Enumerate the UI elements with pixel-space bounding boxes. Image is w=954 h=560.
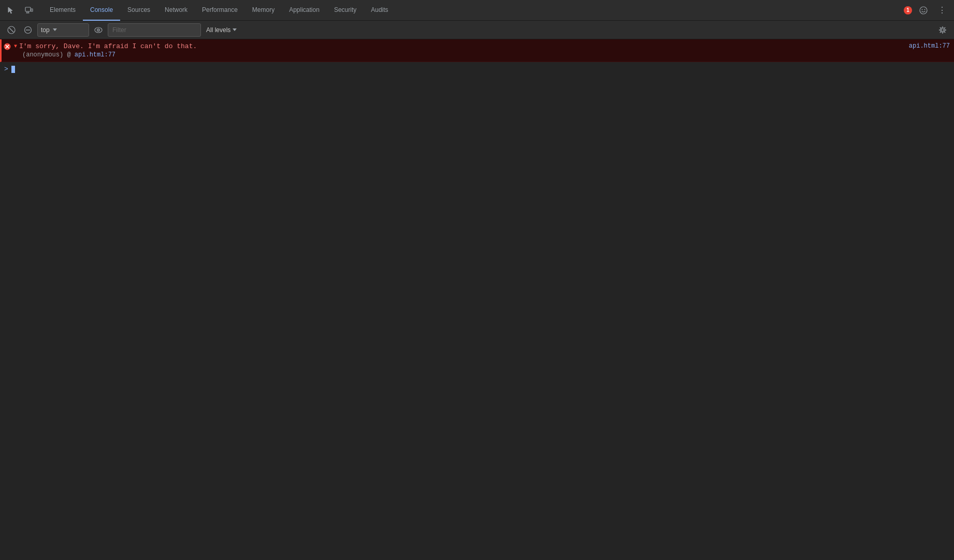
tab-performance[interactable]: Performance <box>195 0 245 21</box>
svg-point-15 <box>942 28 944 31</box>
cursor-icon-button[interactable] <box>4 4 19 17</box>
svg-rect-0 <box>25 7 31 11</box>
context-selector[interactable]: top <box>37 23 89 37</box>
svg-rect-1 <box>31 9 33 11</box>
tab-memory[interactable]: Memory <box>245 0 282 21</box>
svg-point-16 <box>941 27 945 32</box>
toolbar-right <box>935 24 950 36</box>
error-message: I'm sorry, Dave. I'm afraid I can't do t… <box>19 42 197 50</box>
error-count-wrapper: 1 <box>904 6 912 14</box>
error-expand-icon[interactable]: ▼ <box>14 43 17 49</box>
tab-network[interactable]: Network <box>157 0 195 21</box>
levels-chevron-icon <box>233 28 237 31</box>
error-body: ▼ I'm sorry, Dave. I'm afraid I can't do… <box>14 42 950 58</box>
console-content: ▼ I'm sorry, Dave. I'm afraid I can't do… <box>0 39 954 560</box>
error-main-line: ▼ I'm sorry, Dave. I'm afraid I can't do… <box>14 42 950 50</box>
svg-point-6 <box>922 9 923 10</box>
error-stack-label: (anonymous) @ <box>22 51 75 58</box>
console-input-row: > <box>0 62 954 76</box>
error-stack-link[interactable]: api.html:77 <box>75 51 115 58</box>
tab-bar-icons <box>4 4 36 17</box>
context-chevron-icon <box>53 28 57 31</box>
tab-console[interactable]: Console <box>83 0 120 21</box>
tab-security[interactable]: Security <box>327 0 364 21</box>
error-x-icon <box>4 43 11 52</box>
error-stack: (anonymous) @ api.html:77 <box>14 51 950 58</box>
clear-console-button[interactable] <box>4 24 19 36</box>
error-row: ▼ I'm sorry, Dave. I'm afraid I can't do… <box>0 39 954 62</box>
tab-bar: Elements Console Sources Network Perform… <box>0 0 954 21</box>
svg-point-7 <box>924 9 926 10</box>
console-prompt: > <box>4 65 8 73</box>
feedback-button[interactable] <box>916 4 931 17</box>
tab-audits[interactable]: Audits <box>364 0 395 21</box>
tab-bar-right: 1 ⋮ <box>904 3 950 17</box>
console-toolbar: top All levels <box>0 21 954 39</box>
svg-point-14 <box>98 30 99 31</box>
levels-label: All levels <box>206 26 230 34</box>
filter-input[interactable] <box>108 23 201 37</box>
device-toggle-button[interactable] <box>22 4 36 17</box>
svg-point-5 <box>920 7 927 14</box>
context-value: top <box>41 26 50 34</box>
stop-recording-button[interactable] <box>21 24 35 36</box>
svg-line-9 <box>9 28 13 32</box>
live-expressions-button[interactable] <box>91 24 106 36</box>
settings-button[interactable] <box>935 24 950 36</box>
console-cursor[interactable] <box>11 66 15 73</box>
error-badge: 1 <box>904 6 912 14</box>
more-options-button[interactable]: ⋮ <box>935 3 950 17</box>
tab-application[interactable]: Application <box>282 0 327 21</box>
error-count: 1 <box>906 7 909 13</box>
error-source-link-right[interactable]: api.html:77 <box>899 42 950 50</box>
levels-selector[interactable]: All levels <box>203 25 240 35</box>
tab-sources[interactable]: Sources <box>120 0 157 21</box>
tab-elements[interactable]: Elements <box>42 0 83 21</box>
